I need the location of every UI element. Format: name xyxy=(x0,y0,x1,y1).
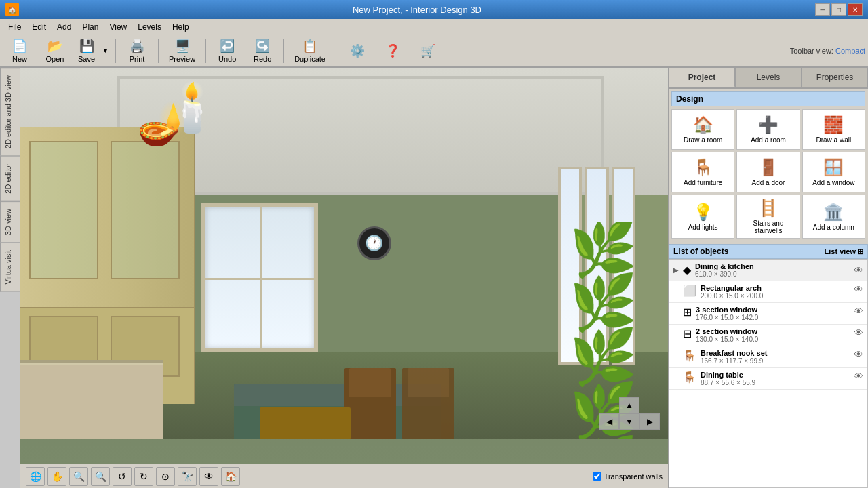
titlebar: 🏠 New Project, - Interior Design 3D ─ □ … xyxy=(0,0,868,19)
help-button[interactable]: ❓ xyxy=(376,41,410,61)
account-icon: 🛒 xyxy=(420,43,435,58)
arch-visibility-button[interactable]: 👁 xyxy=(854,284,863,295)
view-360-button[interactable]: 🌐 xyxy=(26,467,45,486)
help-icon: ❓ xyxy=(385,43,400,58)
account-button[interactable]: 🛒 xyxy=(411,41,445,61)
nav-up-button[interactable]: ▲ xyxy=(619,397,639,413)
camera-button[interactable]: 👁 xyxy=(199,467,218,486)
menu-item-add[interactable]: Add xyxy=(52,21,77,33)
menu-item-plan[interactable]: Plan xyxy=(77,21,104,33)
close-button[interactable]: ✕ xyxy=(848,3,863,16)
print-icon: 🖨️ xyxy=(130,39,144,54)
add-lights-button[interactable]: 💡 Add lights xyxy=(671,195,734,239)
list-view-button[interactable]: List view ⊞ xyxy=(825,247,863,256)
save-group: 💾 Save ▼ xyxy=(73,36,111,66)
scene-coffee-table xyxy=(260,407,351,439)
rotate-ccw-button[interactable]: ↺ xyxy=(113,467,132,486)
toolbar: 📄 New 📂 Open 💾 Save ▼ 🖨️ Print 🖥️ Previe… xyxy=(0,35,868,68)
transparent-walls-checkbox[interactable] xyxy=(593,472,601,481)
navigation-arrows: ▲ ◀ ▼ ▶ xyxy=(599,397,660,430)
scene-chair-1 xyxy=(344,368,396,439)
tab-properties[interactable]: Properties xyxy=(802,68,868,87)
undo-icon: ↩️ xyxy=(220,39,235,54)
design-grid: 🏠 Draw a room ➕ Add a room 🧱 Draw a wall… xyxy=(671,109,865,239)
stairs-icon: 🪜 xyxy=(758,199,778,218)
right-panel: Project Levels Properties Design 🏠 Draw … xyxy=(668,68,868,488)
toolbar-divider-5 xyxy=(336,39,336,63)
draw-room-button[interactable]: 🏠 Draw a room xyxy=(671,109,734,150)
object-item-2-section-window[interactable]: ⊟ 2 section window 130.0 × 15.0 × 140.0 … xyxy=(669,325,867,346)
nav-down-button[interactable]: ▼ xyxy=(619,413,639,430)
home-button[interactable]: 🏠 xyxy=(221,467,240,486)
menu-item-levels[interactable]: Levels xyxy=(132,21,167,33)
add-column-icon: 🏛️ xyxy=(823,203,844,222)
scene-window xyxy=(201,203,318,353)
nav-right-button[interactable]: ▶ xyxy=(639,413,660,430)
bottom-toolbar: 🌐 ✋ 🔍 🔍 ↺ ↻ ⊙ 🔭 👁 🏠 Transparent walls xyxy=(20,464,668,488)
menu-item-file[interactable]: File xyxy=(3,21,26,33)
object-item-3-section-window[interactable]: ⊞ 3 section window 176.0 × 15.0 × 142.0 … xyxy=(669,303,867,325)
scene-canvas[interactable]: 🕯️ 🪔 xyxy=(20,68,668,464)
app-icon: 🏠 xyxy=(5,3,19,16)
objects-section: List of objects List view ⊞ ▶ ◆ Dining &… xyxy=(669,244,868,488)
tab-levels[interactable]: Levels xyxy=(735,68,802,87)
nav-left-button[interactable]: ◀ xyxy=(599,413,619,430)
draw-wall-button[interactable]: 🧱 Draw a wall xyxy=(802,109,865,150)
chandelier: 🕯️ xyxy=(163,80,222,136)
arch-text: Rectangular arch 200.0 × 15.0 × 200.0 xyxy=(701,284,850,300)
dining-table-visibility-button[interactable]: 👁 xyxy=(854,371,863,382)
duplicate-button[interactable]: 📋 Duplicate xyxy=(288,36,332,66)
preview-button[interactable]: 🖥️ Preview xyxy=(163,36,201,66)
group-text: Dining & kitchen 610.0 × 390.0 xyxy=(695,262,850,278)
dining-table-icon: 🪑 xyxy=(683,371,696,384)
save-dropdown-button[interactable]: ▼ xyxy=(100,36,111,66)
tab-2d-3d-view[interactable]: 2D editor and 3D view xyxy=(0,68,20,156)
undo-button[interactable]: ↩️ Undo xyxy=(210,36,244,66)
pan-button[interactable]: ✋ xyxy=(47,467,66,486)
maximize-button[interactable]: □ xyxy=(831,3,846,16)
orbit-button[interactable]: ⊙ xyxy=(156,467,175,486)
group-visibility-button[interactable]: 👁 xyxy=(854,265,863,276)
toolbar-divider-4 xyxy=(283,39,284,63)
breakfast-nook-visibility-button[interactable]: 👁 xyxy=(854,349,863,360)
tab-project[interactable]: Project xyxy=(669,68,735,87)
add-room-button[interactable]: ➕ Add a room xyxy=(736,109,800,150)
tab-virtual-visit[interactable]: Virtua visit xyxy=(0,243,20,292)
settings-button[interactable]: ⚙️ xyxy=(340,41,374,61)
add-furniture-button[interactable]: 🪑 Add furniture xyxy=(671,152,734,192)
design-section: Design 🏠 Draw a room ➕ Add a room 🧱 Draw… xyxy=(669,89,868,244)
print-button[interactable]: 🖨️ Print xyxy=(120,36,154,66)
zoom-out-button[interactable]: 🔍 xyxy=(69,467,88,486)
compact-link[interactable]: Compact xyxy=(835,47,865,55)
look-button[interactable]: 🔭 xyxy=(178,467,197,486)
menu-item-edit[interactable]: Edit xyxy=(26,21,52,33)
object-item-dining-table[interactable]: 🪑 Dining table 88.7 × 55.6 × 55.9 👁 xyxy=(669,368,867,390)
zoom-in-button[interactable]: 🔍 xyxy=(91,467,110,486)
object-group-dining-kitchen[interactable]: ▶ ◆ Dining & kitchen 610.0 × 390.0 👁 xyxy=(669,260,867,281)
add-window-button[interactable]: 🪟 Add a window xyxy=(802,152,865,192)
open-button[interactable]: 📂 Open xyxy=(38,36,72,66)
gear-icon: ⚙️ xyxy=(350,43,365,58)
object-item-breakfast-nook[interactable]: 🪑 Breakfast nook set 166.7 × 117.7 × 99.… xyxy=(669,346,867,368)
toolbar-view-label: Toolbar view: Compact xyxy=(790,47,865,55)
tab-2d-editor[interactable]: 2D editor xyxy=(0,156,20,201)
add-door-button[interactable]: 🚪 Add a door xyxy=(736,152,800,192)
open-icon: 📂 xyxy=(47,39,62,54)
rotate-cw-button[interactable]: ↻ xyxy=(134,467,153,486)
menu-item-help[interactable]: Help xyxy=(167,21,195,33)
3window-visibility-button[interactable]: 👁 xyxy=(854,306,863,317)
redo-button[interactable]: ↪️ Redo xyxy=(245,36,279,66)
new-button[interactable]: 📄 New xyxy=(3,36,37,66)
draw-room-icon: 🏠 xyxy=(693,115,713,134)
add-column-button[interactable]: 🏛️ Add a column xyxy=(802,195,865,239)
object-item-rectangular-arch[interactable]: ⬜ Rectangular arch 200.0 × 15.0 × 200.0 … xyxy=(669,281,867,303)
add-lights-icon: 💡 xyxy=(693,203,713,222)
transparent-walls-control: Transparent walls xyxy=(593,472,663,481)
arch-icon: ⬜ xyxy=(683,284,696,297)
tab-3d-view[interactable]: 3D view xyxy=(0,201,20,243)
menu-item-view[interactable]: View xyxy=(104,21,132,33)
save-button[interactable]: 💾 Save xyxy=(73,36,100,66)
stairs-stairwells-button[interactable]: 🪜 Stairs and stairwells xyxy=(736,195,800,239)
minimize-button[interactable]: ─ xyxy=(815,3,830,16)
2window-visibility-button[interactable]: 👁 xyxy=(854,327,863,338)
